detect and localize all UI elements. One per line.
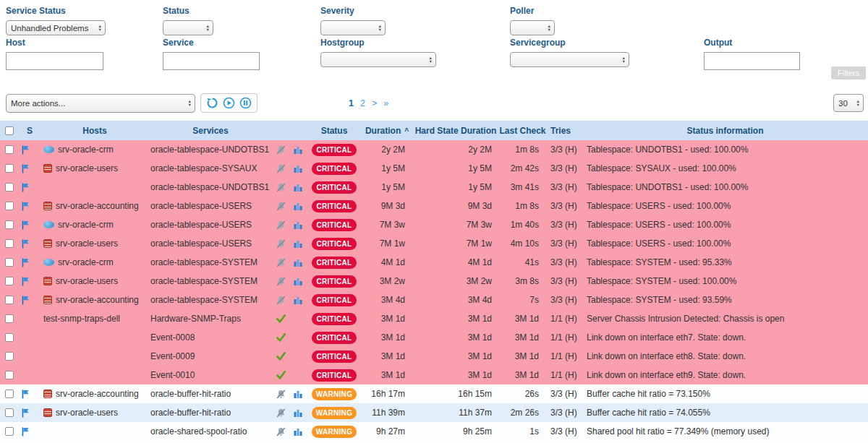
flag-icon [22, 239, 30, 249]
service-link[interactable]: Event-0009 [150, 351, 195, 361]
service-link[interactable]: oracle-tablespace-USERS [150, 238, 252, 249]
column-header-services[interactable]: Services [149, 126, 272, 136]
service-link[interactable]: oracle-tablespace-SYSAUX [150, 163, 257, 173]
chart-icon[interactable] [294, 408, 302, 417]
last-check-cell: 1m 8s [499, 201, 546, 211]
column-header-status[interactable]: Status [307, 126, 362, 136]
hostgroup-select[interactable]: ▲▼ [320, 52, 436, 67]
host-link[interactable]: srv-oracle-users [56, 408, 118, 418]
host-link[interactable]: srv-oracle-users [56, 163, 118, 173]
service-link[interactable]: Event-0010 [150, 370, 195, 380]
host-link[interactable]: srv-oracle-users [56, 238, 118, 249]
chart-icon[interactable] [294, 164, 302, 173]
pause-button[interactable] [239, 97, 252, 109]
last-page-link[interactable]: » [383, 98, 388, 108]
chart-icon[interactable] [294, 296, 302, 304]
host-link[interactable]: srv-oracle-users [56, 276, 118, 286]
service-link[interactable]: oracle-tablespace-UNDOTBS1 [150, 182, 269, 192]
play-button[interactable] [223, 97, 235, 109]
tries-cell: 3/3 (H) [546, 145, 582, 155]
host-input[interactable] [6, 52, 103, 70]
row-checkbox[interactable] [5, 277, 14, 285]
row-checkbox[interactable] [5, 408, 14, 417]
service-link[interactable]: oracle-buffer-hit-ratio [150, 408, 231, 418]
row-checkbox[interactable] [5, 314, 14, 323]
host-icon [43, 296, 52, 304]
flag-icon [22, 220, 30, 230]
column-header-hosts[interactable]: Hosts [41, 126, 149, 136]
row-checkbox[interactable] [5, 427, 14, 436]
more-actions-select[interactable]: More actions... ▲▼ [6, 94, 195, 113]
page-size-value: 30 [838, 99, 855, 108]
output-input[interactable] [704, 52, 800, 70]
chart-icon[interactable] [294, 220, 302, 229]
service-link[interactable]: oracle-tablespace-USERS [150, 201, 252, 211]
row-checkbox[interactable] [5, 258, 14, 267]
status-info-cell: Tablespace: SYSTEM - used: 100.00% [582, 276, 868, 286]
last-check-cell: 2m 42s [499, 163, 546, 173]
flag-icon [22, 296, 30, 305]
last-check-cell: 1m 40s [499, 220, 546, 230]
row-checkbox[interactable] [5, 202, 14, 210]
service-link[interactable]: oracle-tablespace-SYSTEM [150, 257, 258, 267]
page-size-select[interactable]: 30 ▲▼ [833, 94, 864, 112]
row-checkbox[interactable] [5, 220, 14, 229]
hard-duration-cell: 16h 15m [412, 389, 499, 399]
status-badge: WARNING [312, 388, 357, 400]
row-checkbox[interactable] [5, 239, 14, 248]
chart-icon[interactable] [294, 145, 302, 154]
column-header-status-information[interactable]: Status information [582, 126, 868, 136]
severity-select[interactable]: ▲▼ [320, 20, 386, 35]
service-link[interactable]: oracle-tablespace-SYSTEM [150, 295, 258, 305]
chart-icon[interactable] [294, 277, 302, 285]
row-checkbox[interactable] [5, 296, 14, 304]
poller-select[interactable]: ▲▼ [510, 20, 555, 35]
service-link[interactable]: oracle-tablespace-UNDOTBS1 [150, 145, 269, 155]
next-page-link[interactable]: > [372, 98, 377, 108]
table-row: oracle-shared-spool-ratio WARNING 9h 27m… [0, 422, 868, 441]
host-link[interactable]: srv-oracle-accounting [56, 295, 139, 305]
status-select[interactable]: ▲▼ [163, 20, 213, 35]
service-link[interactable]: Event-0008 [150, 332, 195, 343]
row-checkbox[interactable] [5, 371, 14, 379]
host-link[interactable]: test-snmp-traps-dell [43, 314, 120, 324]
page-2-link[interactable]: 2 [360, 98, 365, 108]
host-link[interactable]: srv-oracle-crm [58, 257, 114, 267]
chart-icon[interactable] [294, 183, 302, 192]
service-input[interactable] [163, 52, 260, 70]
filters-tab-button[interactable]: Filters [831, 66, 866, 79]
host-link[interactable]: srv-oracle-crm [58, 145, 114, 155]
row-checkbox[interactable] [5, 164, 14, 173]
row-checkbox[interactable] [5, 183, 14, 192]
host-icon [43, 202, 52, 210]
chart-icon[interactable] [294, 390, 302, 398]
output-label: Output [704, 38, 800, 48]
column-header-duration[interactable]: Duration^ [362, 126, 412, 136]
service-status-select[interactable]: Unhandled Problems ▲▼ [6, 20, 106, 35]
row-checkbox[interactable] [5, 333, 14, 342]
service-link[interactable]: oracle-tablespace-SYSTEM [150, 276, 258, 286]
row-checkbox[interactable] [5, 390, 14, 398]
host-link[interactable]: srv-oracle-accounting [56, 201, 139, 211]
service-link[interactable]: Hardware-SNMP-Traps [150, 314, 241, 324]
row-checkbox[interactable] [5, 352, 14, 361]
select-all-checkbox[interactable] [5, 126, 14, 135]
chevron-updown-icon: ▲▼ [546, 25, 553, 32]
column-header-last-check[interactable]: Last Check [499, 126, 546, 136]
service-link[interactable]: oracle-buffer-hit-ratio [150, 389, 231, 399]
page-1-link[interactable]: 1 [349, 98, 354, 108]
host-link[interactable]: srv-oracle-crm [58, 220, 114, 230]
chart-icon[interactable] [294, 427, 302, 436]
chart-icon[interactable] [294, 239, 302, 248]
service-link[interactable]: oracle-shared-spool-ratio [150, 426, 247, 436]
chart-icon[interactable] [294, 258, 302, 267]
column-header-tries[interactable]: Tries [546, 126, 582, 136]
column-header-hard-state-duration[interactable]: Hard State Duration [412, 126, 499, 136]
servicegroup-select[interactable]: ▲▼ [510, 52, 629, 67]
service-link[interactable]: oracle-tablespace-USERS [150, 220, 252, 230]
green-check-icon [276, 352, 286, 361]
host-link[interactable]: srv-oracle-accounting [56, 389, 139, 399]
row-checkbox[interactable] [5, 145, 14, 154]
refresh-button[interactable] [206, 97, 218, 109]
chart-icon[interactable] [294, 202, 302, 210]
